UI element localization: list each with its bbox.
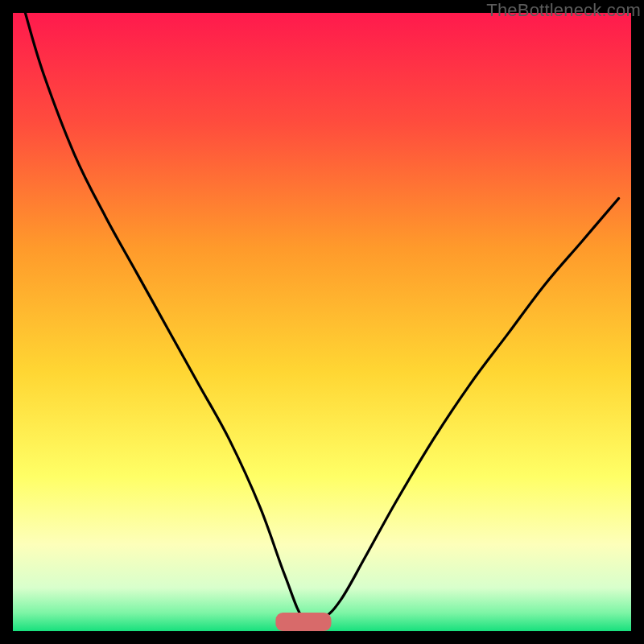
- optimal-marker: [275, 613, 331, 631]
- chart-canvas: [13, 13, 631, 631]
- chart-frame: [13, 13, 631, 631]
- gradient-background: [13, 13, 631, 631]
- watermark-text: TheBottleneck.com: [486, 0, 641, 21]
